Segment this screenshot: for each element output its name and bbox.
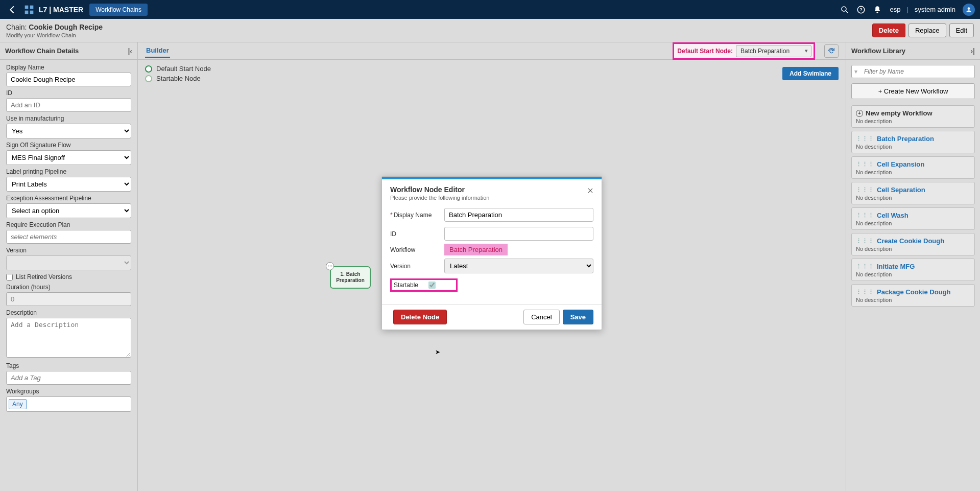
refresh-button[interactable] bbox=[824, 44, 839, 58]
library-item[interactable]: ⋮⋮⋮Batch PreparationNo description bbox=[851, 131, 975, 153]
edit-button[interactable]: Edit bbox=[949, 24, 974, 37]
description-input[interactable] bbox=[6, 318, 131, 358]
grip-icon: ⋮⋮⋮ bbox=[856, 135, 874, 142]
user-name-label[interactable]: system admin bbox=[915, 6, 955, 13]
modal-close-button[interactable] bbox=[584, 184, 596, 197]
context-chip[interactable]: Workflow Chains bbox=[89, 4, 148, 16]
help-button[interactable]: ? bbox=[854, 3, 868, 17]
exception-select[interactable]: Select an option bbox=[6, 203, 131, 218]
library-item[interactable]: ⋮⋮⋮Initiate MFGNo description bbox=[851, 259, 975, 281]
grip-icon: ⋮⋮⋮ bbox=[856, 161, 874, 168]
language-label[interactable]: esp bbox=[890, 6, 900, 13]
node-menu-handle[interactable]: ⋯ bbox=[326, 262, 334, 270]
signoff-select[interactable]: MES Final Signoff bbox=[6, 150, 131, 165]
delete-button[interactable]: Delete bbox=[872, 24, 905, 37]
library-item[interactable]: ⋮⋮⋮Cell SeparationNo description bbox=[851, 182, 975, 204]
user-avatar[interactable] bbox=[963, 4, 975, 16]
duration-input bbox=[6, 292, 131, 306]
workgroup-tag[interactable]: Any bbox=[9, 399, 27, 409]
library-item[interactable]: +New empty WorkflowNo description bbox=[851, 105, 975, 128]
reqexec-input[interactable] bbox=[6, 230, 131, 244]
modal-startable-checkbox[interactable] bbox=[428, 282, 436, 289]
modal-wf-value[interactable]: Batch Preparation bbox=[444, 244, 508, 255]
app-logo-icon bbox=[23, 4, 35, 15]
exception-label: Exception Assessment Pipeline bbox=[6, 195, 131, 202]
tags-input[interactable] bbox=[6, 371, 131, 385]
library-item-title: ⋮⋮⋮Batch Preparation bbox=[856, 135, 970, 143]
library-item[interactable]: ⋮⋮⋮Cell WashNo description bbox=[851, 207, 975, 230]
node-label: 1. Batch Preparation bbox=[331, 271, 370, 284]
builder-tab[interactable]: Builder bbox=[145, 43, 170, 58]
default-start-node-select[interactable]: Batch Preparation bbox=[736, 45, 811, 57]
display-name-label: Display Name bbox=[6, 64, 131, 71]
labelpipe-select[interactable]: Print Labels bbox=[6, 177, 131, 192]
legend: Default Start Node Startable Node bbox=[138, 60, 846, 82]
filter-icon: ▾ bbox=[854, 68, 857, 75]
details-panel: Workflow Chain Details |‹ Display Name I… bbox=[0, 42, 138, 491]
legend-default-icon bbox=[145, 65, 152, 73]
modal-save-button[interactable]: Save bbox=[563, 310, 593, 324]
replace-button[interactable]: Replace bbox=[909, 24, 946, 37]
library-item[interactable]: ⋮⋮⋮Cell ExpansionNo description bbox=[851, 156, 975, 179]
builder-area: Builder Default Start Node: Batch Prepar… bbox=[138, 42, 846, 491]
modal-cancel-button[interactable]: Cancel bbox=[523, 310, 559, 324]
retired-checkbox[interactable] bbox=[6, 274, 13, 280]
modal-wf-label: Workflow bbox=[390, 246, 439, 253]
workgroups-label: Workgroups bbox=[6, 388, 131, 395]
back-button[interactable] bbox=[5, 3, 19, 17]
legend-startable-label: Startable Node bbox=[156, 75, 201, 82]
workflow-node-editor-modal: Workflow Node Editor Please provide the … bbox=[381, 176, 602, 330]
search-icon bbox=[840, 5, 849, 14]
svg-rect-2 bbox=[25, 10, 29, 14]
library-item[interactable]: ⋮⋮⋮Package Cookie DoughNo description bbox=[851, 284, 975, 307]
mfg-select[interactable]: Yes bbox=[6, 124, 131, 138]
default-start-node-highlight: Default Start Node: Batch Preparation bbox=[673, 42, 815, 60]
svg-point-8 bbox=[968, 7, 970, 10]
library-item-title: ⋮⋮⋮Initiate MFG bbox=[856, 263, 970, 270]
add-swimlane-button[interactable]: Add Swimlane bbox=[782, 67, 839, 80]
collapse-right-button[interactable]: ›| bbox=[970, 47, 975, 55]
library-filter-input[interactable] bbox=[851, 65, 975, 78]
legend-default-label: Default Start Node bbox=[156, 65, 211, 73]
mfg-label: Use in manufacturing bbox=[6, 115, 131, 122]
workflow-library-panel: Workflow Library ›| ▾ + Create New Workf… bbox=[846, 42, 980, 491]
workgroups-input[interactable]: Any bbox=[6, 396, 131, 412]
details-panel-title: Workflow Chain Details bbox=[5, 47, 79, 55]
library-item-title: ⋮⋮⋮Create Cookie Dough bbox=[856, 237, 970, 245]
display-name-input[interactable] bbox=[6, 73, 131, 86]
library-item-desc: No description bbox=[856, 220, 970, 226]
modal-dn-label: Display Name bbox=[394, 212, 432, 219]
library-panel-title: Workflow Library bbox=[851, 47, 905, 55]
default-start-node-label: Default Start Node: bbox=[677, 48, 733, 55]
bell-icon bbox=[873, 5, 882, 14]
grip-icon: ⋮⋮⋮ bbox=[856, 238, 874, 244]
grip-icon: ⋮⋮⋮ bbox=[856, 186, 874, 193]
modal-dn-input[interactable] bbox=[444, 208, 593, 222]
page-title: Chain: Cookie Dough Recipe bbox=[6, 23, 869, 31]
library-item-desc: No description bbox=[856, 169, 970, 175]
library-item-desc: No description bbox=[856, 271, 970, 277]
library-item-desc: No description bbox=[856, 118, 970, 124]
workflow-node-batch-preparation[interactable]: ⋯ 1. Batch Preparation bbox=[330, 266, 371, 289]
svg-point-4 bbox=[842, 7, 846, 11]
library-item-title: ⋮⋮⋮Package Cookie Dough bbox=[856, 288, 970, 296]
modal-ver-select[interactable]: Latest bbox=[444, 259, 593, 273]
modal-delete-node-button[interactable]: Delete Node bbox=[393, 310, 447, 324]
library-item-title: ⋮⋮⋮Cell Wash bbox=[856, 212, 970, 219]
notifications-button[interactable] bbox=[870, 3, 885, 17]
collapse-left-button[interactable]: |‹ bbox=[128, 47, 132, 55]
grip-icon: ⋮⋮⋮ bbox=[856, 289, 874, 295]
signoff-label: Sign Off Signature Flow bbox=[6, 142, 131, 149]
library-item-title: ⋮⋮⋮Cell Expansion bbox=[856, 160, 970, 168]
create-new-workflow-button[interactable]: + Create New Workflow bbox=[851, 83, 975, 99]
search-button[interactable] bbox=[838, 3, 852, 17]
svg-point-7 bbox=[877, 11, 878, 13]
legend-startable-icon bbox=[145, 75, 152, 82]
close-icon bbox=[587, 187, 594, 194]
library-item[interactable]: ⋮⋮⋮Create Cookie DoughNo description bbox=[851, 233, 975, 255]
brand-label: L7 | MASTER bbox=[39, 6, 83, 14]
modal-startable-label: Startable bbox=[394, 282, 418, 289]
version-select[interactable] bbox=[6, 255, 131, 270]
modal-id-input[interactable] bbox=[444, 227, 593, 241]
id-input[interactable] bbox=[6, 98, 131, 112]
